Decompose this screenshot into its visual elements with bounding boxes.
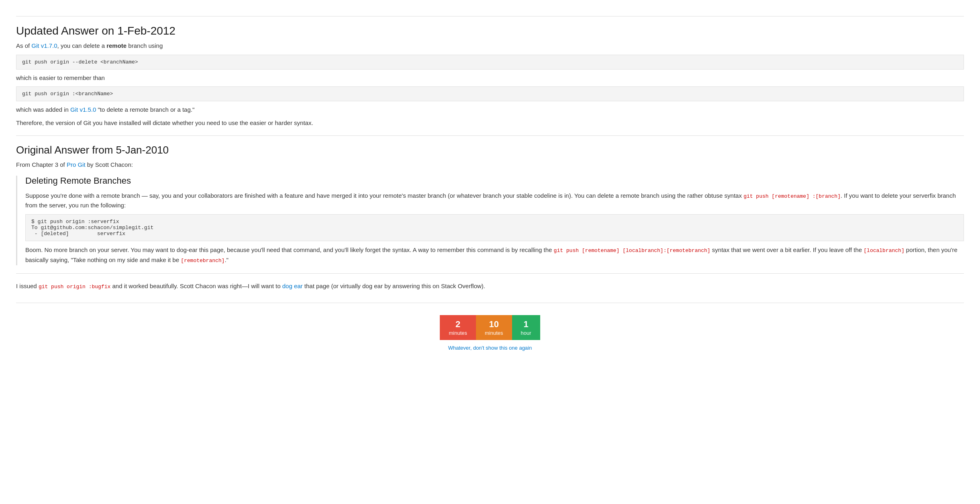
which-text: which is easier to remember than (16, 74, 964, 83)
updated-answer-title: Updated Answer on 1-Feb-2012 (16, 25, 964, 37)
vote-10-label: minutes (485, 330, 503, 336)
inline-code-2: git push [remotename] [localbranch]:[rem… (554, 248, 710, 254)
therefore-paragraph: Therefore, the version of Git you have i… (16, 119, 964, 128)
git-v170-link[interactable]: Git v1.7.0 (31, 42, 57, 49)
para1-before: Suppose you're done with a remote branch… (25, 192, 743, 199)
intro-after-link: , you can delete a (57, 42, 107, 49)
added-paragraph: which was added in Git v1.5.0 "to delete… (16, 105, 964, 115)
vote-1-hour-label: hour (521, 330, 531, 336)
para2-before: Boom. No more branch on your server. You… (25, 246, 554, 253)
inline-code-3: [localbranch] (864, 248, 904, 254)
para2-end: ." (225, 256, 229, 263)
blockquote-para1: Suppose you're done with a remote branch… (25, 191, 964, 211)
vote-10-minutes[interactable]: 10 minutes (476, 315, 512, 340)
intro-before-link: As of (16, 42, 31, 49)
footer-paragraph: I issued git push origin :bugfix and it … (16, 282, 964, 291)
issued-after: and it worked beautifully. Scott Chacon … (110, 283, 282, 289)
para2-middle: syntax that we went over a bit earlier. … (710, 246, 864, 253)
inline-code-4: [remotebranch] (181, 258, 225, 264)
footer-inline-code: git push origin :bugfix (39, 284, 110, 290)
from-paragraph: From Chapter 3 of Pro Git by Scott Chaco… (16, 160, 964, 170)
original-answer-title: Original Answer from 5-Jan-2010 (16, 144, 964, 156)
added-after: "to delete a remote branch or a tag." (96, 106, 194, 113)
dismiss-link[interactable]: Whatever, don't show this one again (448, 345, 532, 351)
section-divider (16, 135, 964, 136)
top-divider (16, 16, 964, 16)
added-before: which was added in (16, 106, 70, 113)
vote-2-label: minutes (449, 330, 467, 336)
intro-end: branch using (127, 42, 163, 49)
vote-10-number: 10 (485, 319, 503, 330)
vote-2-minutes[interactable]: 2 minutes (440, 315, 476, 340)
blockquote-heading: Deleting Remote Branches (25, 176, 964, 186)
footer-divider-top (16, 273, 964, 274)
code-block-serverfix: $ git push origin :serverfix To git@gith… (25, 214, 964, 241)
blockquote-para2: Boom. No more branch on your server. You… (25, 245, 964, 265)
by-text: by Scott Chacon: (86, 161, 133, 168)
issued-end: that page (or virtually dog ear by answe… (303, 283, 485, 289)
pro-git-link[interactable]: Pro Git (67, 161, 86, 168)
blockquote: Deleting Remote Branches Suppose you're … (16, 176, 964, 265)
bottom-section: 2 minutes 10 minutes 1 hour Whatever, do… (16, 303, 964, 351)
vote-1-hour[interactable]: 1 hour (512, 315, 540, 340)
dog-ear-link[interactable]: dog ear (282, 283, 303, 289)
code-block-1: git push origin --delete <branchName> (16, 55, 964, 70)
issued-before: I issued (16, 283, 39, 289)
vote-buttons-container: 2 minutes 10 minutes 1 hour (16, 315, 964, 340)
updated-intro-paragraph: As of Git v1.7.0, you can delete a remot… (16, 41, 964, 51)
remote-bold: remote (106, 42, 127, 49)
from-text: From Chapter 3 of (16, 161, 67, 168)
git-v150-link[interactable]: Git v1.5.0 (70, 106, 96, 113)
dismiss-container: Whatever, don't show this one again (16, 345, 964, 351)
code-block-2: git push origin :<branchName> (16, 86, 964, 101)
vote-1-number: 1 (521, 319, 531, 330)
inline-code-1: git push [remotename] :[branch] (743, 193, 841, 199)
vote-2-number: 2 (449, 319, 467, 330)
